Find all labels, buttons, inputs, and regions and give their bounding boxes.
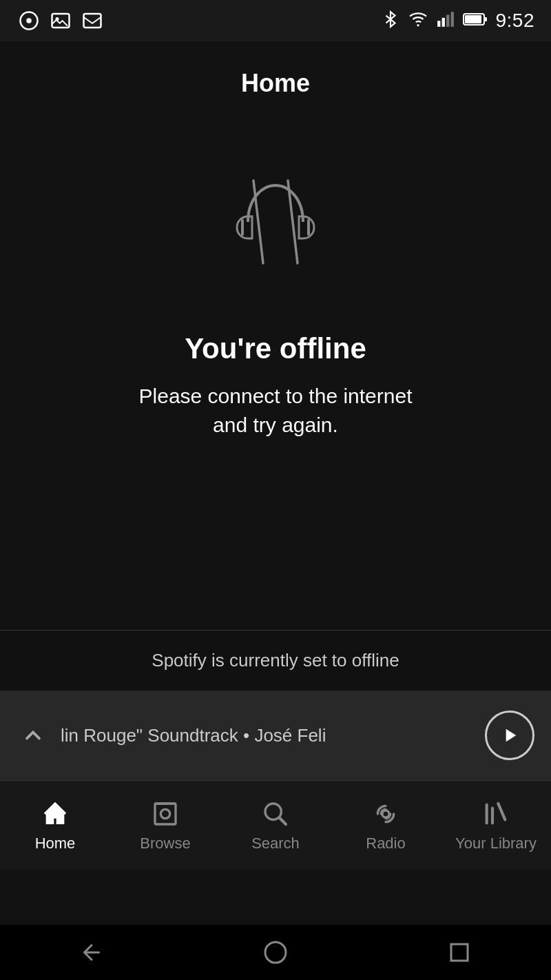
nav-label-browse: Browse bbox=[140, 835, 190, 853]
svg-rect-11 bbox=[465, 15, 481, 23]
wifi-icon bbox=[408, 10, 428, 31]
svg-point-5 bbox=[417, 24, 419, 26]
page-title: Home bbox=[241, 69, 310, 98]
offline-subtitle: Please connect to the internet and try a… bbox=[96, 382, 455, 440]
svg-rect-12 bbox=[484, 17, 487, 21]
recents-button[interactable] bbox=[439, 932, 480, 973]
svg-rect-4 bbox=[84, 14, 101, 28]
image-icon bbox=[48, 8, 73, 33]
svg-rect-8 bbox=[446, 15, 449, 27]
svg-rect-7 bbox=[441, 18, 444, 27]
library-icon bbox=[481, 799, 511, 829]
nav-item-home[interactable]: Home bbox=[0, 781, 110, 870]
nav-label-radio: Radio bbox=[366, 835, 405, 853]
back-button[interactable] bbox=[71, 932, 112, 973]
main-content: Home You're offline Please connect to th… bbox=[0, 41, 551, 925]
nav-item-library[interactable]: Your Library bbox=[441, 781, 551, 870]
svg-rect-9 bbox=[450, 12, 453, 27]
svg-marker-15 bbox=[506, 729, 517, 742]
outlook-icon bbox=[80, 8, 105, 33]
battery-icon bbox=[463, 12, 488, 30]
signal-icon bbox=[437, 10, 455, 31]
status-time: 9:52 bbox=[496, 10, 535, 32]
offline-icon-container bbox=[207, 153, 344, 291]
svg-point-21 bbox=[382, 810, 389, 817]
status-icons-right: 9:52 bbox=[382, 10, 535, 32]
svg-point-1 bbox=[26, 18, 32, 23]
nav-label-search: Search bbox=[251, 835, 300, 853]
offline-banner: Spotify is currently set to offline bbox=[0, 630, 551, 691]
status-bar: 9:52 bbox=[0, 0, 551, 41]
bluetooth-icon bbox=[382, 10, 399, 31]
offline-title: You're offline bbox=[185, 332, 366, 365]
svg-line-24 bbox=[498, 804, 505, 819]
home-icon bbox=[40, 799, 70, 829]
nav-item-browse[interactable]: Browse bbox=[110, 781, 220, 870]
svg-point-25 bbox=[265, 942, 286, 963]
svg-rect-16 bbox=[155, 804, 176, 824]
bottom-nav: Home Browse Search bbox=[0, 780, 551, 870]
now-playing-bar[interactable]: lin Rouge" Soundtrack • José Feli bbox=[0, 691, 551, 780]
now-playing-track: lin Rouge" Soundtrack • José Feli bbox=[61, 725, 474, 746]
search-icon bbox=[260, 799, 291, 829]
svg-rect-6 bbox=[437, 21, 440, 27]
svg-point-17 bbox=[160, 809, 169, 818]
browse-icon bbox=[150, 799, 180, 829]
svg-rect-26 bbox=[451, 944, 468, 961]
play-button[interactable] bbox=[485, 711, 534, 760]
svg-line-20 bbox=[280, 817, 286, 824]
chevron-up-icon[interactable] bbox=[17, 719, 50, 752]
nav-label-library: Your Library bbox=[455, 835, 537, 853]
status-icons-left bbox=[17, 8, 105, 33]
android-nav bbox=[0, 925, 551, 980]
offline-icon bbox=[214, 160, 337, 284]
nav-item-radio[interactable]: Radio bbox=[331, 781, 441, 870]
nav-item-search[interactable]: Search bbox=[220, 781, 331, 870]
nav-label-home: Home bbox=[35, 835, 76, 853]
home-button[interactable] bbox=[255, 932, 296, 973]
radio-icon bbox=[371, 799, 401, 829]
offline-banner-text: Spotify is currently set to offline bbox=[152, 650, 399, 671]
music-icon bbox=[17, 8, 41, 33]
